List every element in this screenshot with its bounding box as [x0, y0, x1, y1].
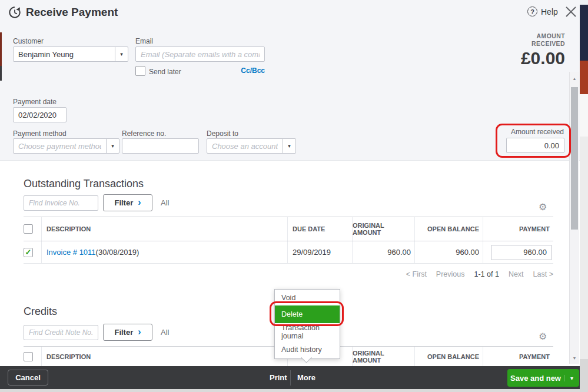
customer-label: Customer: [13, 37, 44, 45]
deposit-to-label: Deposit to: [207, 129, 238, 138]
pagination-first[interactable]: < First: [406, 270, 427, 278]
email-field[interactable]: [135, 46, 265, 62]
bottom-strip: [0, 389, 588, 392]
row-description: Invoice # 1011 (30/08/2019): [41, 241, 287, 263]
close-icon[interactable]: [564, 5, 578, 19]
reference-field[interactable]: [122, 138, 199, 154]
outstanding-transactions-title: Outstanding Transactions: [24, 178, 144, 190]
send-later-checkbox[interactable]: [135, 66, 145, 76]
save-dropdown-icon[interactable]: ▾: [564, 375, 579, 381]
reference-label: Reference no.: [122, 129, 166, 138]
more-button[interactable]: More: [297, 373, 315, 382]
save-and-new-label: Save and new: [507, 374, 564, 383]
ccbcc-link[interactable]: Cc/Bcc: [230, 67, 265, 75]
cancel-button[interactable]: Cancel: [8, 370, 48, 386]
credits-filter-button[interactable]: Filter ›: [103, 324, 152, 341]
page-title: Receive Payment: [26, 6, 118, 19]
outstanding-filter-scope: All: [161, 198, 169, 207]
credits-gear-icon[interactable]: ⚙: [539, 331, 547, 342]
deposit-to-select[interactable]: ▾: [207, 138, 296, 154]
deposit-to-input[interactable]: [207, 139, 283, 153]
email-label: Email: [135, 37, 153, 45]
deposit-to-dropdown-icon[interactable]: ▾: [283, 139, 295, 153]
pagination-status: 1-1 of 1: [474, 270, 499, 278]
payment-method-input[interactable]: [14, 139, 106, 153]
amount-received-total: £0.00: [436, 48, 565, 68]
footer-bar: Cancel Print More Save and new ▾: [0, 366, 580, 389]
receive-payment-icon: [7, 5, 22, 22]
col-due-date: DUE DATE: [287, 217, 352, 241]
outstanding-table-header: DESCRIPTION DUE DATE ORIGINAL AMOUNT OPE…: [24, 217, 553, 241]
amount-received-caption-line1: AMOUNT: [436, 32, 565, 40]
pagination: < First Previous 1-1 of 1 Next Last >: [330, 270, 553, 278]
left-banner-sliver: [0, 32, 2, 66]
amount-received-field[interactable]: [506, 138, 564, 153]
amount-received-caption-line2: RECEIVED: [436, 40, 565, 48]
row-checkbox-checked[interactable]: ✓: [24, 248, 33, 257]
col-open-balance: OPEN BALANCE: [414, 217, 483, 241]
more-context-menu: Void Delete Transaction journal Audit hi…: [274, 289, 340, 359]
print-button[interactable]: Print: [270, 373, 287, 382]
filter-chevron-icon: ›: [138, 198, 141, 207]
payment-method-select[interactable]: ▾: [13, 138, 119, 154]
help-button[interactable]: ? Help: [527, 6, 558, 16]
col-original-amount: ORIGINAL AMOUNT: [352, 217, 414, 241]
outstanding-table: DESCRIPTION DUE DATE ORIGINAL AMOUNT OPE…: [24, 217, 553, 264]
underlying-list-strip: [580, 137, 588, 359]
col-open-balance: OPEN BALANCE: [414, 347, 483, 366]
invoice-link[interactable]: Invoice # 1011: [46, 248, 96, 257]
table-row: ✓ Invoice # 1011 (30/08/2019) 29/09/2019…: [24, 241, 553, 264]
filter-chevron-icon: ›: [138, 327, 141, 337]
amount-received-summary: AMOUNT RECEIVED £0.00: [436, 32, 565, 68]
payment-method-label: Payment method: [13, 129, 67, 138]
col-payment: PAYMENT: [483, 217, 553, 241]
outstanding-gear-icon[interactable]: ⚙: [539, 201, 547, 212]
payment-method-dropdown-icon[interactable]: ▾: [106, 139, 119, 153]
amount-received-field-label: Amount received: [483, 128, 564, 136]
customer-input[interactable]: [14, 47, 115, 61]
row-original-amount: 960.00: [352, 241, 414, 263]
receive-payment-modal: Receive Payment ? Help Customer ▾ Email …: [0, 0, 588, 392]
help-icon: ?: [527, 6, 537, 16]
outstanding-filter-button[interactable]: Filter ›: [103, 194, 152, 211]
customer-dropdown-icon[interactable]: ▾: [115, 47, 128, 61]
underlying-content-strip: [580, 94, 588, 137]
customer-select[interactable]: ▾: [13, 46, 128, 62]
save-and-new-button[interactable]: Save and new ▾: [507, 369, 579, 387]
col-original-amount: ORIGINAL AMOUNT: [352, 347, 414, 366]
pagination-last[interactable]: Last >: [533, 270, 553, 278]
footer-divider: [290, 370, 291, 386]
row-payment-input[interactable]: [491, 245, 552, 260]
underlying-banner-strip: [580, 61, 588, 94]
scroll-up-icon[interactable]: ▲: [570, 77, 579, 81]
vertical-scrollbar[interactable]: ▲ ▼: [569, 72, 579, 364]
underlying-navbar-strip: [580, 5, 588, 61]
scrollbar-thumb[interactable]: [571, 87, 578, 230]
select-all-checkbox[interactable]: [24, 224, 33, 234]
filter-label: Filter: [114, 328, 133, 337]
row-open-balance: 960.00: [414, 241, 483, 263]
pagination-previous[interactable]: Previous: [436, 270, 465, 278]
menu-item-transaction-journal[interactable]: Transaction journal: [275, 323, 340, 341]
find-invoice-input[interactable]: [24, 195, 98, 211]
filter-label: Filter: [114, 198, 133, 207]
credits-filter-scope: All: [161, 328, 169, 337]
col-payment: PAYMENT: [483, 347, 553, 366]
row-due-date: 29/09/2019: [287, 241, 352, 263]
payment-date-field[interactable]: [13, 107, 67, 122]
send-later-label: Send later: [149, 68, 181, 76]
credits-select-all-checkbox[interactable]: [24, 352, 33, 361]
help-label: Help: [541, 7, 558, 16]
col-description: DESCRIPTION: [41, 217, 287, 241]
menu-item-delete[interactable]: Delete: [275, 305, 340, 323]
pagination-next[interactable]: Next: [509, 270, 524, 278]
scroll-down-icon[interactable]: ▼: [570, 356, 579, 360]
credits-title: Credits: [24, 305, 57, 318]
payment-date-label: Payment date: [13, 98, 57, 106]
underlying-bottom-strip: [580, 359, 588, 392]
menu-item-void[interactable]: Void: [275, 290, 340, 305]
left-dark-sliver: [0, 66, 2, 81]
find-credit-note-input[interactable]: [24, 325, 98, 340]
col-description: DESCRIPTION: [41, 347, 287, 366]
underlying-page-strip: [580, 0, 588, 5]
